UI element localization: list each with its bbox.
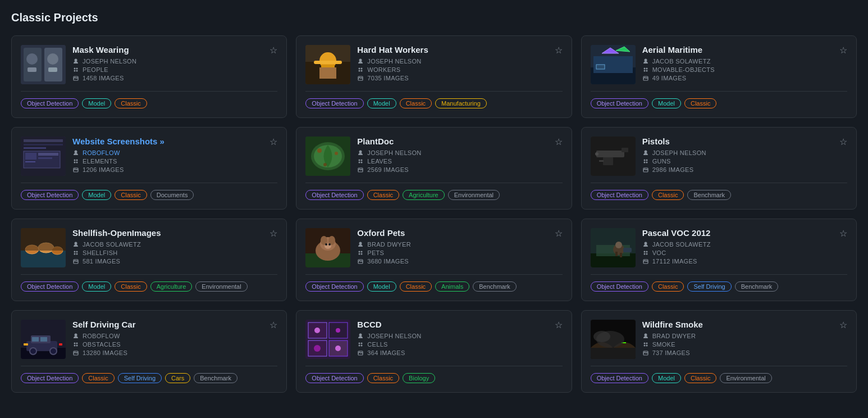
- star-button-shellfish-openimages[interactable]: ☆: [268, 227, 278, 240]
- tag-self-driving[interactable]: Self Driving: [687, 281, 731, 292]
- tag-object-detection[interactable]: Object Detection: [591, 281, 648, 292]
- project-card-shellfish-openimages: ☆ Shellfish-OpenImages Jacob Solawetz: [11, 219, 287, 301]
- star-button-aerial-maritime[interactable]: ☆: [838, 44, 848, 57]
- tag-classic[interactable]: Classic: [400, 98, 432, 108]
- tag-model[interactable]: Model: [82, 98, 111, 108]
- star-button-pascal-voc-2012[interactable]: ☆: [838, 227, 848, 240]
- tag-classic[interactable]: Classic: [115, 190, 147, 200]
- tag-object-detection[interactable]: Object Detection: [305, 373, 363, 383]
- person-icon: [72, 149, 79, 156]
- tag-environmental[interactable]: Environmental: [195, 281, 247, 292]
- star-button-wildfire-smoke[interactable]: ☆: [838, 319, 848, 331]
- project-title-text-hard-hat-workers: Hard Hat Workers: [357, 45, 428, 54]
- tag-model[interactable]: Model: [82, 190, 111, 200]
- card-info-mask-wearing: Mask Wearing Joseph Nelson PEOPLE: [72, 45, 277, 81]
- tags-container-pascal-voc-2012: Object DetectionClassicSelf DrivingBench…: [591, 281, 847, 292]
- project-title-link-website-screenshots[interactable]: Website Screenshots »: [72, 137, 165, 146]
- tag-classic[interactable]: Classic: [652, 281, 684, 292]
- svg-rect-110: [623, 248, 632, 252]
- star-button-hard-hat-workers[interactable]: ☆: [554, 44, 564, 57]
- star-button-pistols[interactable]: ☆: [838, 135, 848, 148]
- tag-classic[interactable]: Classic: [684, 373, 716, 383]
- tag-benchmark[interactable]: Benchmark: [687, 190, 731, 200]
- tag-benchmark[interactable]: Benchmark: [473, 281, 517, 292]
- project-category-website-screenshots: ELEMENTS: [83, 158, 117, 165]
- star-button-oxford-pets[interactable]: ☆: [554, 227, 564, 240]
- tag-manufacturing[interactable]: Manufacturing: [435, 98, 487, 108]
- project-author-link-website-screenshots[interactable]: Roboflow: [83, 149, 120, 156]
- project-title-plantdoc: PlantDoc: [357, 137, 562, 146]
- category-row-website-screenshots: ELEMENTS: [72, 158, 277, 165]
- tag-classic[interactable]: Classic: [652, 190, 684, 200]
- tag-cars[interactable]: Cars: [165, 373, 190, 383]
- svg-point-130: [74, 345, 76, 347]
- project-thumbnail-pistols: [591, 137, 636, 176]
- person-icon: [642, 333, 649, 339]
- tag-object-detection[interactable]: Object Detection: [305, 190, 363, 200]
- svg-point-23: [361, 70, 363, 72]
- svg-point-34: [643, 70, 645, 72]
- tag-model[interactable]: Model: [652, 373, 681, 383]
- svg-point-121: [30, 348, 36, 355]
- tag-classic[interactable]: Classic: [115, 281, 147, 292]
- tag-classic[interactable]: Classic: [367, 190, 399, 200]
- tag-benchmark[interactable]: Benchmark: [194, 373, 237, 383]
- project-title-wildfire-smoke: Wildfire Smoke: [642, 320, 847, 329]
- tag-environmental[interactable]: Environmental: [720, 373, 771, 383]
- project-images-pascal-voc-2012: 17112 IMAGES: [652, 258, 697, 265]
- star-button-mask-wearing[interactable]: ☆: [268, 44, 278, 57]
- tag-documents[interactable]: Documents: [150, 190, 194, 200]
- project-thumbnail-plantdoc: [305, 137, 350, 176]
- svg-point-114: [643, 253, 645, 255]
- tag-object-detection[interactable]: Object Detection: [21, 281, 79, 292]
- card-divider-oxford-pets: [305, 274, 562, 275]
- star-button-website-screenshots[interactable]: ☆: [268, 135, 278, 148]
- card-header-wildfire-smoke: Wildfire Smoke Brad Dwyer SMOKE: [591, 320, 847, 359]
- card-header-plantdoc: PlantDoc Joseph Nelson LEAVES: [305, 137, 562, 176]
- tag-object-detection[interactable]: Object Detection: [591, 373, 648, 383]
- star-button-plantdoc[interactable]: ☆: [554, 135, 564, 148]
- tag-object-detection[interactable]: Object Detection: [591, 98, 648, 108]
- tag-object-detection[interactable]: Object Detection: [21, 98, 79, 108]
- tag-classic[interactable]: Classic: [400, 281, 432, 292]
- tag-object-detection[interactable]: Object Detection: [591, 190, 648, 200]
- category-icon: [72, 158, 79, 165]
- images-icon: [642, 258, 649, 265]
- svg-point-146: [359, 345, 360, 347]
- tag-object-detection[interactable]: Object Detection: [305, 98, 363, 108]
- project-category-aerial-maritime: MOVABLE-OBJECTS: [652, 66, 715, 73]
- tag-classic[interactable]: Classic: [82, 373, 114, 383]
- project-images-mask-wearing: 1458 IMAGES: [83, 75, 124, 81]
- tag-model[interactable]: Model: [367, 98, 396, 108]
- images-icon: [357, 166, 364, 173]
- tag-animals[interactable]: Animals: [435, 281, 469, 292]
- tag-classic[interactable]: Classic: [367, 373, 399, 383]
- tag-agriculture[interactable]: Agriculture: [403, 190, 445, 200]
- tag-object-detection[interactable]: Object Detection: [21, 373, 79, 383]
- tag-biology[interactable]: Biology: [403, 373, 435, 383]
- tag-model[interactable]: Model: [367, 281, 396, 292]
- images-row-hard-hat-workers: 7035 IMAGES: [357, 75, 562, 81]
- star-button-self-driving-car[interactable]: ☆: [268, 319, 278, 331]
- tag-self-driving[interactable]: Self Driving: [118, 373, 162, 383]
- project-images-plantdoc: 2569 IMAGES: [367, 166, 409, 173]
- project-title-text-bccd: BCCD: [357, 320, 381, 329]
- svg-point-33: [646, 68, 647, 70]
- tag-environmental[interactable]: Environmental: [448, 190, 500, 200]
- tag-object-detection[interactable]: Object Detection: [21, 190, 79, 200]
- project-card-oxford-pets: ☆ Oxford Pets Brad Dwyer: [296, 219, 572, 301]
- tag-classic[interactable]: Classic: [684, 98, 716, 108]
- tag-benchmark[interactable]: Benchmark: [735, 281, 779, 292]
- tag-agriculture[interactable]: Agriculture: [150, 281, 193, 292]
- card-info-plantdoc: PlantDoc Joseph Nelson LEAVES: [357, 137, 562, 173]
- svg-point-56: [335, 152, 338, 155]
- star-button-bccd[interactable]: ☆: [554, 319, 564, 331]
- tag-model[interactable]: Model: [652, 98, 681, 108]
- person-icon: [72, 241, 79, 248]
- svg-point-62: [361, 162, 363, 163]
- project-thumbnail-self-driving-car: [21, 320, 66, 359]
- tag-classic[interactable]: Classic: [115, 98, 147, 108]
- tag-model[interactable]: Model: [82, 281, 111, 292]
- svg-point-127: [75, 334, 77, 337]
- tag-object-detection[interactable]: Object Detection: [305, 281, 363, 292]
